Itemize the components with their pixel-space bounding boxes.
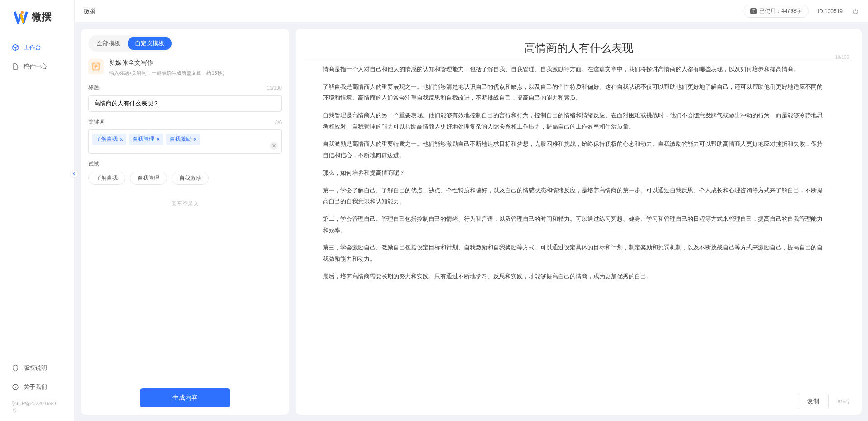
suggest-pill[interactable]: 了解自我 bbox=[88, 172, 125, 185]
nav-item-about[interactable]: 关于我们 bbox=[5, 378, 70, 396]
article-paragraph: 自我激励是高情商人的重要特质之一。他们能够激励自己不断地追求目标和梦想，克服困难… bbox=[323, 139, 825, 161]
article-paragraph: 最后，培养高情商需要长期的努力和实践。只有通过不断地学习、反思和实践，才能够提高… bbox=[323, 271, 825, 282]
cube-icon bbox=[12, 44, 19, 51]
article-body: 情商是指一个人对自己和他人的情感的认知和管理能力，包括了解自我、自我管理、自我激… bbox=[305, 61, 853, 388]
logo-icon bbox=[13, 9, 29, 25]
tag-remove-icon[interactable]: x bbox=[120, 136, 123, 142]
template-card: 新媒体全文写作 输入标题+关键词，一键准确生成所需文章（约15秒） bbox=[81, 52, 289, 84]
output-panel: 高情商的人有什么表现 10/100 情商是指一个人对自己和他人的情感的认知和管理… bbox=[296, 29, 862, 415]
sidebar: 微撰 工作台 稿件中心 版权说明 关于我们 鄂ICP备2022016946号 bbox=[0, 0, 75, 421]
suggest-pill[interactable]: 自我激励 bbox=[172, 172, 209, 185]
word-count: 815字 bbox=[838, 398, 851, 405]
topbar: 微撰 T 已使用：44768字 ID:100519 bbox=[75, 0, 868, 23]
copy-button[interactable]: 复制 bbox=[798, 394, 829, 409]
info-icon bbox=[12, 383, 19, 391]
template-tabs: 全部模板 自定义模板 bbox=[88, 35, 173, 52]
title-label: 标题 bbox=[88, 84, 99, 91]
tag-remove-icon[interactable]: x bbox=[194, 136, 196, 142]
nav-label: 关于我们 bbox=[24, 383, 47, 391]
nav-label: 版权说明 bbox=[24, 364, 47, 372]
usage-text: 已使用：44768字 bbox=[759, 7, 801, 15]
usage-badge-icon: T bbox=[750, 8, 757, 14]
sidebar-bottom: 版权说明 关于我们 鄂ICP备2022016946号 bbox=[0, 359, 74, 421]
sidebar-collapse-handle[interactable] bbox=[70, 170, 78, 178]
tab-custom-template[interactable]: 自定义模板 bbox=[128, 37, 172, 50]
power-icon[interactable] bbox=[852, 8, 859, 15]
article-paragraph: 那么，如何培养和提高情商呢？ bbox=[323, 167, 825, 179]
topbar-title: 微撰 bbox=[84, 7, 95, 15]
article-paragraph: 自我管理是高情商人的另一个重要表现。他们能够有效地控制自己的言行和行为，控制自己… bbox=[323, 110, 825, 132]
keyword-label: 关键词 bbox=[88, 118, 105, 126]
tag-remove-icon[interactable]: x bbox=[157, 136, 160, 142]
template-desc: 输入标题+关键词，一键准确生成所需文章（约15秒） bbox=[109, 70, 227, 77]
keyword-tag[interactable]: 自我管理 x bbox=[129, 134, 163, 145]
article-title-counter: 10/100 bbox=[835, 55, 849, 60]
usage-pill[interactable]: T 已使用：44768字 bbox=[744, 5, 808, 18]
nav-item-workbench[interactable]: 工作台 bbox=[5, 39, 70, 56]
article-paragraph: 了解自我是高情商人的重要表现之一。他们能够清楚地认识自己的优点和缺点，以及自己的… bbox=[323, 81, 825, 104]
article-paragraph: 第三，学会激励自己。激励自己包括设定目标和计划、自我激励和自我奖励等方式。可以通… bbox=[323, 242, 825, 264]
clear-tags-button[interactable]: ✕ bbox=[270, 142, 278, 150]
title-counter: 11/100 bbox=[267, 85, 282, 91]
enter-hint: 回车空录入 bbox=[88, 191, 282, 217]
keyword-tag[interactable]: 了解自我 x bbox=[92, 134, 126, 145]
tab-all-templates[interactable]: 全部模板 bbox=[90, 37, 128, 50]
keyword-counter: 3/6 bbox=[275, 120, 282, 125]
article-paragraph: 情商是指一个人对自己和他人的情感的认知和管理能力，包括了解自我、自我管理、自我激… bbox=[323, 64, 825, 75]
svg-point-0 bbox=[21, 11, 24, 14]
article-title: 高情商的人有什么表现 bbox=[323, 41, 835, 55]
title-input[interactable] bbox=[88, 95, 282, 112]
config-panel: 全部模板 自定义模板 新媒体全文写作 输入标题+关键词，一键准确生成所需文章（约… bbox=[81, 29, 289, 415]
brand-logo: 微撰 bbox=[0, 0, 74, 39]
nav-label: 稿件中心 bbox=[24, 62, 47, 71]
template-title: 新媒体全文写作 bbox=[109, 59, 227, 67]
brand-name: 微撰 bbox=[32, 10, 52, 24]
account-id: ID:100519 bbox=[818, 8, 843, 14]
shield-icon bbox=[12, 364, 19, 372]
keyword-tag[interactable]: 自我激励 x bbox=[166, 134, 200, 145]
article-paragraph: 第一，学会了解自己。了解自己的优点、缺点、个性特质和偏好，以及自己的情感状态和情… bbox=[323, 185, 825, 207]
article-paragraph: 第二，学会管理自己。管理自己包括控制自己的情绪、行为和言语，以及管理自己的时间和… bbox=[323, 214, 825, 236]
main-nav: 工作台 稿件中心 bbox=[0, 39, 74, 359]
nav-item-drafts[interactable]: 稿件中心 bbox=[5, 58, 70, 75]
nav-item-copyright[interactable]: 版权说明 bbox=[5, 359, 70, 377]
generate-button[interactable]: 生成内容 bbox=[140, 388, 230, 407]
icp-text: 鄂ICP备2022016946号 bbox=[5, 397, 70, 416]
suggest-pill[interactable]: 自我管理 bbox=[130, 172, 167, 185]
document-icon bbox=[12, 63, 19, 70]
suggest-label: 试试 bbox=[88, 160, 99, 168]
template-icon bbox=[88, 59, 104, 74]
nav-label: 工作台 bbox=[24, 43, 41, 52]
keyword-tagbox[interactable]: 了解自我 x 自我管理 x 自我激励 x ✕ bbox=[88, 129, 282, 154]
